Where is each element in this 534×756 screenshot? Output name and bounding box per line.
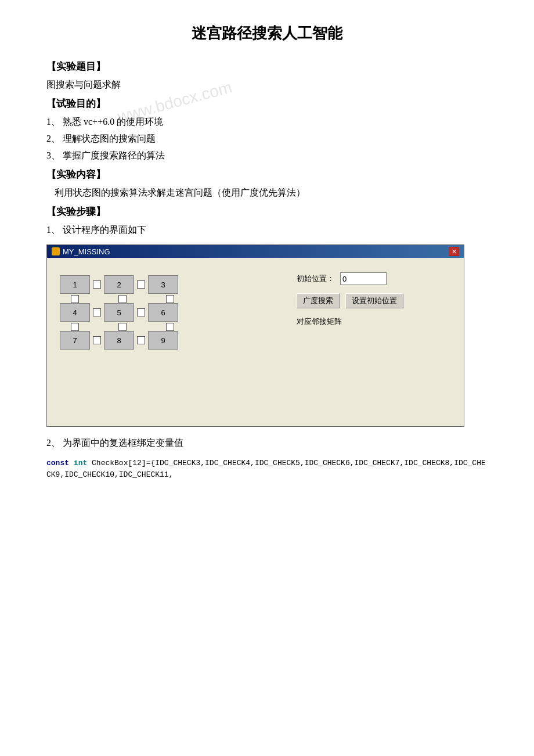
window-title: MY_MISSING [63, 247, 110, 256]
experiment-content-header: 【实验内容】 [46, 168, 488, 181]
experiment-content-section: 【实验内容】 利用状态图的搜索算法求解走迷宫问题（使用广度优先算法） [46, 168, 488, 199]
experiment-steps-header: 【实验步骤】 [46, 205, 488, 218]
step-text-1: 设计程序的界面如下 [63, 224, 146, 236]
checkbox-2-3[interactable] [137, 280, 145, 289]
window-titlebar: MY_MISSING ✕ [47, 245, 464, 258]
start-position-label: 初始位置： [297, 273, 334, 284]
maze-cell-6: 6 [148, 303, 178, 322]
goal-num-3: 3、 [46, 150, 63, 162]
buttons-row: 广度搜索 设置初始位置 [297, 293, 452, 308]
code-int: int [74, 459, 87, 467]
maze-row-2-checks [69, 323, 279, 331]
experiment-goal-section: 【试验目的】 1、 熟悉 vc++6.0 的使用环境 2、 理解状态图的搜索问题… [46, 97, 488, 162]
checkbox-7-8[interactable] [93, 336, 101, 344]
window-body: www.bdocx.com 1 2 3 [47, 258, 464, 426]
experiment-content-text: 利用状态图的搜索算法求解走迷宫问题（使用广度优先算法） [55, 187, 488, 199]
app-icon [52, 247, 60, 255]
matrix-label: 对应邻接矩阵 [297, 316, 342, 327]
right-panel: 初始位置： 广度搜索 设置初始位置 对应邻接矩阵 [279, 269, 452, 415]
step-num-1: 1、 [46, 224, 63, 236]
app-window: MY_MISSING ✕ www.bdocx.com 1 2 3 [46, 244, 464, 427]
checkbox-3-6[interactable] [166, 295, 174, 303]
checkbox-5-8[interactable] [118, 323, 127, 331]
checkbox-5-6[interactable] [137, 308, 145, 316]
maze-row-3: 7 8 9 [59, 331, 279, 350]
step-2: 2、 为界面中的复选框绑定变量值 [46, 437, 488, 449]
maze-cell-7: 7 [60, 331, 90, 350]
maze-cell-9: 9 [148, 331, 178, 350]
experiment-title-header: 【实验题目】 [46, 60, 488, 73]
page-title: 迷宫路径搜索人工智能 [46, 23, 488, 44]
checkbox-4-7[interactable] [71, 323, 79, 331]
goal-item-3: 3、 掌握广度搜索路径的算法 [46, 150, 488, 162]
set-start-button[interactable]: 设置初始位置 [345, 293, 403, 308]
code-block: const int CheckBox[12]={IDC_CHECK3,IDC_C… [46, 454, 488, 484]
step-num-2: 2、 [46, 437, 63, 449]
maze-cell-4: 4 [60, 303, 90, 322]
goal-text-1: 熟悉 vc++6.0 的使用环境 [63, 116, 163, 128]
code-body: CheckBox[12]={IDC_CHECK3,IDC_CHECK4,IDC_… [46, 459, 486, 479]
maze-area: 1 2 3 4 5 6 [59, 269, 279, 415]
checkbox-4-5[interactable] [93, 308, 101, 316]
start-position-row: 初始位置： [297, 272, 452, 285]
checkbox-6-9[interactable] [166, 323, 174, 331]
experiment-steps-section: 【实验步骤】 1、 设计程序的界面如下 MY_MISSING ✕ www.bdo… [46, 205, 488, 484]
search-button[interactable]: 广度搜索 [297, 293, 340, 308]
code-const: const [46, 459, 69, 467]
titlebar-left: MY_MISSING [52, 247, 110, 256]
step-text-2: 为界面中的复选框绑定变量值 [63, 437, 183, 449]
maze-row-1-checks [69, 295, 279, 303]
checkbox-1-2[interactable] [93, 280, 101, 289]
start-position-input[interactable] [340, 272, 387, 285]
goal-num-1: 1、 [46, 116, 63, 128]
maze-cell-1: 1 [60, 275, 90, 294]
maze-cell-8: 8 [104, 331, 134, 350]
maze-cell-3: 3 [148, 275, 178, 294]
checkbox-8-9[interactable] [137, 336, 145, 344]
checkbox-1-4[interactable] [71, 295, 79, 303]
maze-row-2: 4 5 6 [59, 303, 279, 322]
goal-item-1: 1、 熟悉 vc++6.0 的使用环境 [46, 116, 488, 128]
goal-text-2: 理解状态图的搜索问题 [63, 133, 156, 145]
maze-row-1: 1 2 3 [59, 275, 279, 294]
experiment-goal-header: 【试验目的】 [46, 97, 488, 110]
goal-num-2: 2、 [46, 133, 63, 145]
experiment-title-text: 图搜索与问题求解 [46, 79, 488, 91]
maze-cell-5: 5 [104, 303, 134, 322]
goal-text-3: 掌握广度搜索路径的算法 [63, 150, 165, 162]
experiment-title-section: 【实验题目】 图搜索与问题求解 [46, 60, 488, 91]
close-button[interactable]: ✕ [449, 247, 459, 256]
checkbox-2-5[interactable] [118, 295, 127, 303]
goal-item-2: 2、 理解状态图的搜索问题 [46, 133, 488, 145]
maze-cell-2: 2 [104, 275, 134, 294]
matrix-label-row: 对应邻接矩阵 [297, 316, 452, 327]
step-1: 1、 设计程序的界面如下 [46, 224, 488, 236]
